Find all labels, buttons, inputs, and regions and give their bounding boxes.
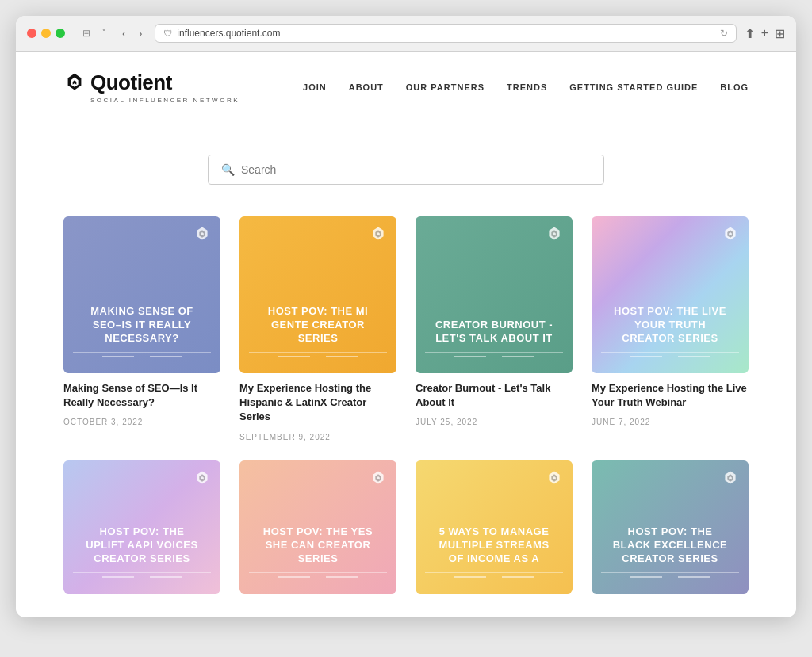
card-image: 5 WAYS TO MANAGE MULTIPLE STREAMS OF INC… (416, 460, 573, 594)
card-image: HOST POV: THE LIVE YOUR TRUTH CREATOR SE… (592, 216, 749, 373)
card-bottom (601, 356, 739, 357)
post-card[interactable]: MAKING SENSE OF SEO–IS IT REALLY NECESSA… (63, 216, 220, 441)
reload-icon[interactable]: ↻ (720, 28, 728, 39)
traffic-lights (27, 29, 65, 38)
nav-buttons: ‹ › (117, 25, 147, 41)
card-bottom-line-right (678, 576, 710, 578)
site-header: Quotient SOCIAL INFLUENCER NETWORK JOIN … (16, 52, 796, 123)
card-divider (73, 352, 211, 353)
card-bottom-line-left (630, 576, 662, 578)
card-divider (601, 572, 739, 573)
card-bottom (73, 356, 211, 357)
card-divider (425, 352, 563, 353)
card-bottom (425, 576, 563, 578)
minimize-button[interactable] (41, 29, 51, 38)
security-icon: 🛡 (163, 29, 172, 38)
post-card[interactable]: HOST POV: THE BLACK EXCELLENCE CREATOR S… (592, 460, 749, 594)
logo-icon (63, 72, 86, 94)
card-image: CREATOR BURNOUT - LET'S TALK ABOUT IT (416, 216, 573, 373)
post-card[interactable]: HOST POV: THE UPLIFT AAPI VOICES CREATOR… (63, 460, 220, 594)
card-divider (601, 352, 739, 353)
card-bottom-line-left (278, 576, 310, 578)
search-section: 🔍 (16, 123, 796, 208)
card-title-text: CREATOR BURNOUT - LET'S TALK ABOUT IT (425, 319, 563, 346)
post-title: My Experience Hosting the Hispanic & Lat… (239, 381, 396, 425)
search-input[interactable] (241, 163, 591, 176)
card-logo-icon (546, 226, 563, 243)
address-bar-container: 🛡 influencers.quotient.com ↻ (155, 24, 736, 43)
card-title-text: HOST POV: THE UPLIFT AAPI VOICES CREATOR… (73, 525, 211, 566)
browser-actions: ⬆ + ⊞ (745, 26, 785, 41)
nav-join[interactable]: JOIN (303, 82, 327, 92)
card-bottom-line-left (102, 576, 134, 578)
nav-trends[interactable]: TRENDS (507, 82, 547, 92)
card-logo-icon (370, 470, 387, 487)
post-card[interactable]: HOST POV: THE LIVE YOUR TRUTH CREATOR SE… (592, 216, 749, 441)
post-card[interactable]: CREATOR BURNOUT - LET'S TALK ABOUT IT Cr… (416, 216, 573, 441)
card-bottom (249, 356, 387, 357)
card-bottom-line-left (454, 356, 486, 357)
url-text: influencers.quotient.com (177, 28, 280, 39)
posts-grid: MAKING SENSE OF SEO–IS IT REALLY NECESSA… (16, 208, 796, 617)
card-title-text: HOST POV: THE YES SHE CAN CREATOR SERIES (249, 525, 387, 566)
card-image: HOST POV: THE YES SHE CAN CREATOR SERIES (239, 460, 396, 594)
card-title-text: HOST POV: THE MI GENTE CREATOR SERIES (249, 305, 387, 346)
forward-button[interactable]: › (134, 25, 147, 41)
post-card[interactable]: HOST POV: THE YES SHE CAN CREATOR SERIES (239, 460, 396, 594)
search-bar: 🔍 (208, 155, 604, 185)
chevron-down-icon[interactable]: ˅ (98, 26, 109, 40)
browser-window: ⊟ ˅ ‹ › 🛡 influencers.quotient.com ↻ ⬆ +… (16, 16, 796, 617)
logo-text: Quotient (90, 71, 172, 95)
close-button[interactable] (27, 29, 36, 38)
card-bottom-line-left (454, 576, 486, 578)
back-button[interactable]: ‹ (117, 25, 131, 41)
post-title: My Experience Hosting the Live Your Trut… (592, 381, 749, 410)
card-title-text: MAKING SENSE OF SEO–IS IT REALLY NECESSA… (73, 305, 211, 346)
address-bar[interactable]: 🛡 influencers.quotient.com ↻ (155, 24, 736, 43)
card-logo-icon (193, 226, 211, 243)
card-logo-icon (370, 226, 387, 243)
card-logo-icon (546, 470, 563, 487)
card-bottom (601, 576, 739, 578)
card-bottom-line-left (630, 356, 662, 357)
card-image: MAKING SENSE OF SEO–IS IT REALLY NECESSA… (63, 216, 220, 373)
card-bottom (425, 356, 563, 357)
card-image: HOST POV: THE UPLIFT AAPI VOICES CREATOR… (63, 460, 220, 594)
card-divider (73, 572, 211, 573)
card-bottom (249, 576, 387, 578)
share-icon[interactable]: ⬆ (745, 26, 755, 41)
nav-getting-started[interactable]: GETTING STARTED GUIDE (569, 82, 698, 92)
card-bottom-line-left (278, 356, 310, 357)
sidebar-toggle-icon[interactable]: ⊟ (79, 26, 94, 40)
card-bottom-line-right (150, 356, 182, 357)
card-image: HOST POV: THE MI GENTE CREATOR SERIES (239, 216, 396, 373)
card-title-text: 5 WAYS TO MANAGE MULTIPLE STREAMS OF INC… (425, 525, 563, 566)
card-logo-icon (722, 226, 739, 243)
card-bottom-line-right (150, 576, 182, 578)
logo-area: Quotient SOCIAL INFLUENCER NETWORK (63, 71, 239, 104)
logo-row: Quotient (63, 71, 172, 95)
browser-chrome: ⊟ ˅ ‹ › 🛡 influencers.quotient.com ↻ ⬆ +… (16, 16, 796, 52)
new-tab-icon[interactable]: + (761, 26, 768, 40)
grid-icon[interactable]: ⊞ (775, 26, 785, 41)
maximize-button[interactable] (56, 29, 65, 38)
card-bottom-line-right (678, 356, 710, 357)
nav-blog[interactable]: BLOG (720, 82, 749, 92)
card-bottom (73, 576, 211, 578)
card-bottom-line-right (326, 356, 358, 357)
nav-about[interactable]: ABOUT (349, 82, 384, 92)
page-content: Quotient SOCIAL INFLUENCER NETWORK JOIN … (16, 52, 796, 617)
post-date: OCTOBER 3, 2022 (63, 418, 220, 426)
card-bottom-line-right (502, 576, 534, 578)
post-title: Making Sense of SEO—Is It Really Necessa… (63, 381, 220, 410)
card-title-text: HOST POV: THE BLACK EXCELLENCE CREATOR S… (601, 525, 739, 566)
logo-subtitle: SOCIAL INFLUENCER NETWORK (90, 97, 239, 104)
card-divider (425, 572, 563, 573)
card-logo-icon (193, 470, 211, 487)
post-title: Creator Burnout - Let's Talk About It (416, 381, 573, 410)
site-nav: JOIN ABOUT OUR PARTNERS TRENDS GETTING S… (303, 82, 749, 92)
card-title-text: HOST POV: THE LIVE YOUR TRUTH CREATOR SE… (601, 305, 739, 346)
post-card[interactable]: 5 WAYS TO MANAGE MULTIPLE STREAMS OF INC… (416, 460, 573, 594)
post-card[interactable]: HOST POV: THE MI GENTE CREATOR SERIES My… (239, 216, 396, 441)
nav-partners[interactable]: OUR PARTNERS (406, 82, 485, 92)
